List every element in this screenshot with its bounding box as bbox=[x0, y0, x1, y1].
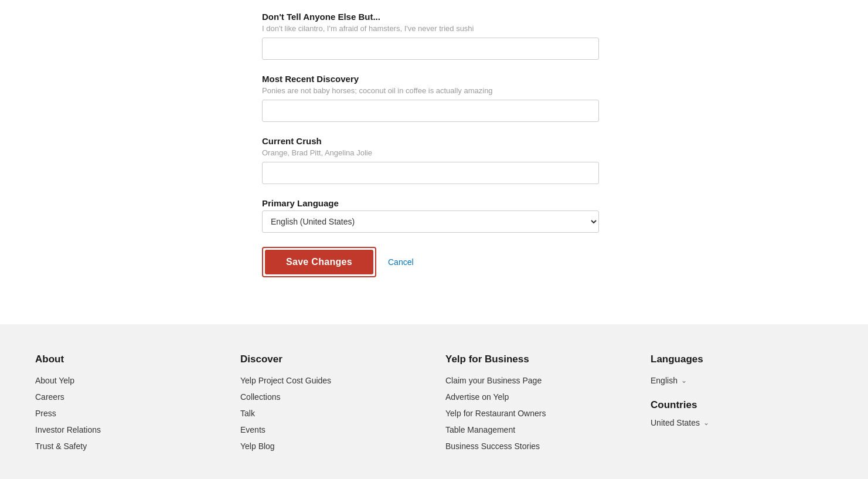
main-content: Don't Tell Anyone Else But... I don't li… bbox=[0, 0, 868, 324]
footer-link-press[interactable]: Press bbox=[35, 409, 217, 418]
footer-link-careers[interactable]: Careers bbox=[35, 392, 217, 402]
primary-language-field-group: Primary Language English (United States) bbox=[262, 198, 606, 233]
footer: About About Yelp Careers Press Investor … bbox=[0, 324, 868, 479]
footer-grid: About About Yelp Careers Press Investor … bbox=[35, 354, 832, 458]
footer-link-restaurant-owners[interactable]: Yelp for Restaurant Owners bbox=[445, 409, 627, 418]
footer-link-collections[interactable]: Collections bbox=[240, 392, 422, 402]
footer-business-col: Yelp for Business Claim your Business Pa… bbox=[445, 354, 627, 458]
footer-link-success-stories[interactable]: Business Success Stories bbox=[445, 441, 627, 451]
footer-link-advertise[interactable]: Advertise on Yelp bbox=[445, 392, 627, 402]
country-selector[interactable]: United States ⌄ bbox=[651, 418, 832, 427]
most-recent-field-group: Most Recent Discovery Ponies are not bab… bbox=[262, 74, 606, 122]
current-crush-hint: Orange, Brad Pitt, Angelina Jolie bbox=[262, 148, 606, 157]
footer-link-about-yelp[interactable]: About Yelp bbox=[35, 376, 217, 385]
footer-link-table-management[interactable]: Table Management bbox=[445, 425, 627, 434]
country-selected-label: United States bbox=[651, 418, 700, 427]
footer-link-events[interactable]: Events bbox=[240, 425, 422, 434]
primary-language-select[interactable]: English (United States) bbox=[262, 210, 599, 233]
footer-about-col: About About Yelp Careers Press Investor … bbox=[35, 354, 217, 458]
form-actions: Save Changes Cancel bbox=[262, 247, 606, 277]
footer-discover-col: Discover Yelp Project Cost Guides Collec… bbox=[240, 354, 422, 458]
footer-link-trust-safety[interactable]: Trust & Safety bbox=[35, 441, 217, 451]
save-changes-button[interactable]: Save Changes bbox=[265, 250, 373, 274]
dont-tell-label: Don't Tell Anyone Else But... bbox=[262, 12, 606, 22]
current-crush-field-group: Current Crush Orange, Brad Pitt, Angelin… bbox=[262, 136, 606, 184]
footer-countries-title: Countries bbox=[651, 399, 832, 411]
language-selected-label: English bbox=[651, 376, 678, 385]
primary-language-label: Primary Language bbox=[262, 198, 606, 208]
footer-languages-col: Languages English ⌄ Countries United Sta… bbox=[651, 354, 832, 458]
language-selector[interactable]: English ⌄ bbox=[651, 376, 832, 385]
footer-link-investor-relations[interactable]: Investor Relations bbox=[35, 425, 217, 434]
dont-tell-input[interactable] bbox=[262, 38, 599, 60]
current-crush-label: Current Crush bbox=[262, 136, 606, 146]
save-btn-wrapper: Save Changes bbox=[262, 247, 376, 277]
footer-discover-title: Discover bbox=[240, 354, 422, 365]
most-recent-label: Most Recent Discovery bbox=[262, 74, 606, 84]
footer-languages-title: Languages bbox=[651, 354, 832, 365]
footer-link-cost-guides[interactable]: Yelp Project Cost Guides bbox=[240, 376, 422, 385]
footer-business-title: Yelp for Business bbox=[445, 354, 627, 365]
cancel-link[interactable]: Cancel bbox=[388, 257, 414, 267]
current-crush-input[interactable] bbox=[262, 162, 599, 184]
footer-link-talk[interactable]: Talk bbox=[240, 409, 422, 418]
dont-tell-hint: I don't like cilantro, I'm afraid of ham… bbox=[262, 24, 606, 33]
most-recent-input[interactable] bbox=[262, 100, 599, 122]
form-section: Don't Tell Anyone Else But... I don't li… bbox=[0, 0, 868, 301]
dont-tell-field-group: Don't Tell Anyone Else But... I don't li… bbox=[262, 12, 606, 60]
country-chevron-down-icon: ⌄ bbox=[703, 419, 709, 427]
language-chevron-down-icon: ⌄ bbox=[681, 376, 687, 385]
footer-link-yelp-blog[interactable]: Yelp Blog bbox=[240, 441, 422, 451]
footer-link-claim-business[interactable]: Claim your Business Page bbox=[445, 376, 627, 385]
footer-about-title: About bbox=[35, 354, 217, 365]
most-recent-hint: Ponies are not baby horses; coconut oil … bbox=[262, 86, 606, 95]
